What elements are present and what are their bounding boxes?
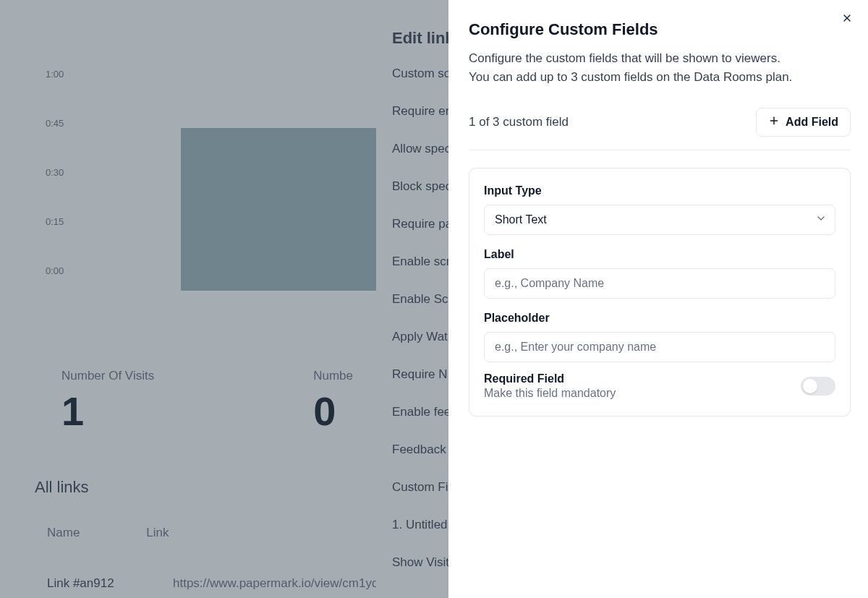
field-count-text: 1 of 3 custom field xyxy=(469,115,569,129)
configure-custom-fields-panel: Configure Custom Fields Configure the cu… xyxy=(448,0,868,598)
add-field-button[interactable]: Add Field xyxy=(756,108,851,137)
subtitle-line: Configure the custom fields that will be… xyxy=(469,51,780,65)
toggle-knob xyxy=(803,379,817,393)
input-type-select[interactable]: Short Text xyxy=(484,205,835,235)
panel-subtitle: Configure the custom fields that will be… xyxy=(469,49,851,87)
required-toggle[interactable] xyxy=(801,377,835,396)
input-type-label: Input Type xyxy=(484,184,835,197)
label-field-label: Label xyxy=(484,248,835,261)
add-field-label: Add Field xyxy=(786,116,838,129)
subtitle-line: You can add up to 3 custom fields on the… xyxy=(469,70,792,84)
required-field-label: Required Field xyxy=(484,372,616,385)
placeholder-input[interactable] xyxy=(484,332,835,362)
panel-title: Configure Custom Fields xyxy=(469,20,851,39)
placeholder-field-label: Placeholder xyxy=(484,312,835,325)
required-field-sub: Make this field mandatory xyxy=(484,387,616,400)
custom-field-card: Input Type Short Text Label Placeholder … xyxy=(469,168,851,417)
close-icon xyxy=(841,12,853,27)
close-button[interactable] xyxy=(839,12,855,27)
label-input[interactable] xyxy=(484,268,835,299)
plus-icon xyxy=(768,115,780,129)
